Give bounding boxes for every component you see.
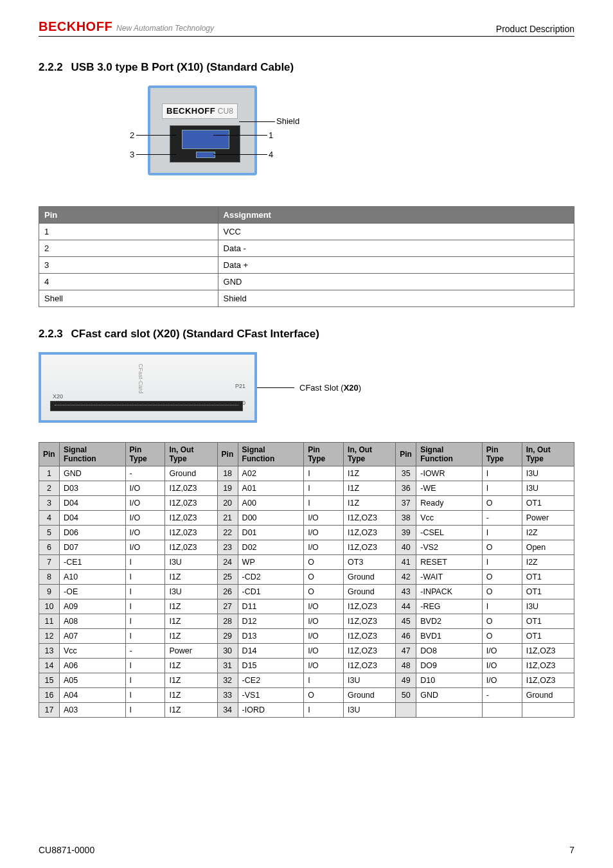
cfast-table-cell: I: [304, 466, 344, 481]
line-3: [136, 154, 176, 155]
cfast-table-cell: I1Z,0Z3: [165, 511, 217, 526]
cfast-table-cell: DO8: [416, 644, 483, 659]
cfast-table-cell: D10: [416, 673, 483, 688]
cfast-table-cell: -VS2: [416, 540, 483, 555]
usb-table-cell: Shield: [218, 290, 574, 307]
cfast-table-cell: O: [482, 585, 522, 599]
cfast-table-row: 16A04II1Z33-VS1OGround50GND-Ground: [39, 688, 574, 703]
cfast-table-cell: -CD1: [238, 585, 304, 599]
cfast-table-cell: 26: [217, 585, 238, 599]
cfast-table-cell: I: [304, 703, 344, 718]
cfast-table-cell: Vcc: [416, 511, 483, 526]
logo-text: BECKHOFF: [39, 19, 112, 34]
cfast-table-cell: 32: [217, 673, 238, 688]
cfast-table-cell: OT1: [522, 496, 574, 511]
cfast-table-cell: -CD2: [238, 570, 304, 585]
cfast-table-cell: WP: [238, 555, 304, 570]
cfast-table-cell: O: [482, 540, 522, 555]
cfast-table-cell: 14: [39, 659, 60, 673]
logo-block: BECKHOFF New Automation Technology: [39, 19, 214, 34]
cfast-table-cell: -: [125, 466, 165, 481]
cfast-figure: CFast-Card P21 P20 X20: [39, 352, 257, 423]
cfast-table-cell: I3U: [344, 703, 396, 718]
cfast-table-cell: 30: [217, 644, 238, 659]
cfast-table-cell: 1: [39, 466, 60, 481]
cfast-table-cell: 18: [217, 466, 238, 481]
usb-device-model: CU8: [218, 107, 233, 116]
cfast-th: Pin: [217, 443, 238, 466]
cfast-table-cell: [522, 703, 574, 718]
cfast-table-cell: 9: [39, 585, 60, 599]
cfast-th: Pin: [39, 443, 60, 466]
cfast-slot: [50, 401, 243, 411]
cfast-table-row: 15A05II1Z32-CE2II3U49D10I/OI1Z,OZ3: [39, 673, 574, 688]
cfast-table-cell: 29: [217, 629, 238, 644]
cfast-table-cell: I/O: [125, 511, 165, 526]
usb-table-row: 1VCC: [39, 224, 574, 240]
usb-pin-table: Pin Assignment 1VCC2Data -3Data +4GNDShe…: [39, 206, 574, 307]
cfast-table-cell: O: [304, 555, 344, 570]
cfast-table-row: 12A07II1Z29D13I/OI1Z,OZ346BVD1OOT1: [39, 629, 574, 644]
cfast-table-cell: I1Z: [165, 570, 217, 585]
cfast-table-cell: I1Z,0Z3: [165, 540, 217, 555]
cfast-table-cell: I1Z,OZ3: [344, 599, 396, 614]
cfast-table-cell: I1Z: [165, 688, 217, 703]
cfast-th: Signal Function: [416, 443, 483, 466]
cfast-table-cell: Ready: [416, 496, 483, 511]
cfast-table-cell: D04: [60, 511, 126, 526]
cfast-caption-post: ): [359, 383, 361, 393]
cfast-table-cell: -IORD: [238, 703, 304, 718]
cfast-table-cell: 47: [396, 644, 416, 659]
cfast-table-row: 9-OEII3U26-CD1OGround43-INPACKOOT1: [39, 585, 574, 599]
cfast-table-cell: 50: [396, 688, 416, 703]
cfast-table-cell: I1Z: [165, 659, 217, 673]
cfast-table-cell: I3U: [344, 673, 396, 688]
cfast-table-cell: 4: [39, 511, 60, 526]
cfast-table-cell: 31: [217, 659, 238, 673]
cfast-table-cell: I1Z,OZ3: [522, 659, 574, 673]
cfast-table-cell: 43: [396, 585, 416, 599]
label-2: 2: [130, 130, 134, 140]
cfast-table-cell: I1Z,OZ3: [344, 644, 396, 659]
cfast-figure-wrap: CFast-Card P21 P20 X20 CFast Slot (X20): [39, 352, 574, 423]
cfast-table-cell: 48: [396, 659, 416, 673]
cfast-table-cell: [396, 703, 416, 718]
cfast-table-cell: I: [125, 570, 165, 585]
cfast-table-cell: -CSEL: [416, 526, 483, 540]
cfast-table-cell: OT1: [522, 614, 574, 629]
cfast-table-cell: -IOWR: [416, 466, 483, 481]
cfast-table-cell: 33: [217, 688, 238, 703]
cfast-table-row: 11A08II1Z28D12I/OI1Z,OZ345BVD2OOT1: [39, 614, 574, 629]
cfast-caption-bold: X20: [344, 383, 359, 393]
cfast-table-cell: A03: [60, 703, 126, 718]
cfast-table-cell: DO9: [416, 659, 483, 673]
footer-page: 7: [569, 845, 574, 855]
cfast-table-row: 10A09II1Z27D11I/OI1Z,OZ344-REGII3U: [39, 599, 574, 614]
cfast-table-cell: I/O: [304, 629, 344, 644]
cfast-table-cell: I1Z,0Z3: [165, 496, 217, 511]
cfast-table-cell: D04: [60, 496, 126, 511]
cfast-table-cell: I/O: [125, 540, 165, 555]
usb-figure-wrap: BECKHOFF CU8 Shield 1 4 2 3: [103, 85, 574, 188]
cfast-table-cell: I/O: [125, 481, 165, 496]
usb-table-cell: Data -: [218, 240, 574, 257]
cfast-table-cell: 13: [39, 644, 60, 659]
cfast-table-row: 2D03I/OI1Z,0Z319A01II1Z36-WEII3U: [39, 481, 574, 496]
line-4: [213, 154, 267, 155]
cfast-table-cell: 20: [217, 496, 238, 511]
cfast-table-cell: D00: [238, 511, 304, 526]
cfast-table-cell: Ground: [344, 688, 396, 703]
cfast-table-row: 14A06II1Z31D15I/OI1Z,OZ348DO9I/OI1Z,OZ3: [39, 659, 574, 673]
cfast-table-row: 13Vcc-Power30D14I/OI1Z,OZ347DO8I/OI1Z,OZ…: [39, 644, 574, 659]
cfast-table-cell: O: [482, 614, 522, 629]
usb-port: [170, 125, 240, 163]
cfast-table-cell: I/O: [125, 526, 165, 540]
cfast-table-cell: I3U: [165, 555, 217, 570]
cfast-table-cell: 36: [396, 481, 416, 496]
cfast-table-cell: 7: [39, 555, 60, 570]
section-cfast-heading: 2.2.3 CFast card slot (X20) (Standard CF…: [39, 328, 574, 341]
cfast-table-row: 7-CE1II3U24WPOOT341RESETII2Z: [39, 555, 574, 570]
cfast-table-cell: I: [125, 688, 165, 703]
cfast-table-cell: I1Z: [165, 673, 217, 688]
usb-port-slot: [196, 152, 215, 158]
